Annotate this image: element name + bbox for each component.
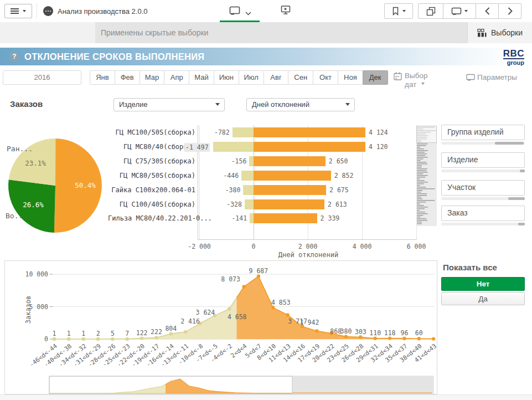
negative-value-label: -328 bbox=[226, 201, 242, 208]
listbox-scrollbar-thumb[interactable] bbox=[508, 197, 525, 200]
deviation-bar-chart: ГЦ МС100/50S(сборка)-7824 124ГЦ МС80/40(… bbox=[108, 122, 440, 258]
listbox-scrollbar[interactable] bbox=[441, 197, 525, 200]
area-data-point[interactable] bbox=[82, 337, 85, 341]
month-Апр[interactable]: Апр bbox=[164, 70, 189, 85]
negative-bar[interactable] bbox=[249, 156, 254, 166]
area-data-point[interactable] bbox=[402, 337, 406, 340]
global-menu-button[interactable] bbox=[4, 4, 32, 18]
current-sheet-button[interactable] bbox=[443, 3, 476, 19]
listbox-title[interactable]: Изделие bbox=[441, 152, 525, 168]
positive-bar[interactable] bbox=[254, 142, 365, 152]
positive-value-label: 4 124 bbox=[369, 129, 388, 136]
month-Фев[interactable]: Фев bbox=[115, 70, 140, 85]
month-Май[interactable]: Май bbox=[189, 70, 214, 85]
bar-category-label: ГЦ С75/30S(сборка) bbox=[108, 157, 195, 165]
month-Авг[interactable]: Авг bbox=[264, 70, 289, 85]
area-data-point[interactable] bbox=[417, 337, 421, 340]
negative-bar[interactable] bbox=[213, 142, 254, 152]
negative-bar[interactable] bbox=[241, 171, 254, 181]
sheet-chevron-button[interactable] bbox=[245, 9, 251, 17]
month-Дек[interactable]: Дек bbox=[363, 70, 388, 85]
month-Янв[interactable]: Янв bbox=[90, 70, 115, 85]
area-data-point[interactable] bbox=[53, 337, 56, 341]
positive-bar[interactable] bbox=[254, 127, 365, 137]
measure-dropdown[interactable]: Дней отклонений bbox=[246, 98, 355, 111]
area-data-point[interactable] bbox=[140, 336, 143, 340]
sheet-view-button[interactable] bbox=[229, 6, 240, 17]
show-all-label: Показать все bbox=[443, 263, 497, 272]
bar-x-axis-title: Дней отклонений bbox=[278, 251, 338, 259]
month-Июл[interactable]: Июл bbox=[239, 70, 264, 85]
caret-down-icon bbox=[215, 103, 220, 106]
area-data-point[interactable] bbox=[67, 337, 70, 341]
positive-bar[interactable] bbox=[254, 213, 317, 223]
area-data-point[interactable] bbox=[154, 336, 158, 339]
area-point-label: 110 bbox=[369, 329, 381, 337]
dimension-dropdown[interactable]: Изделие bbox=[113, 98, 225, 111]
listbox-scrollbar[interactable] bbox=[441, 142, 525, 145]
listbox-scrollbar-thumb[interactable] bbox=[520, 170, 525, 172]
top-toolbar: Анализ производства 2.0.0 bbox=[0, 0, 532, 23]
selections-tool-button[interactable]: Выборки bbox=[467, 22, 532, 43]
hamburger-icon bbox=[11, 7, 19, 15]
area-data-point[interactable] bbox=[374, 337, 377, 340]
area-data-point[interactable] bbox=[286, 313, 289, 316]
negative-bar[interactable] bbox=[243, 185, 254, 195]
show-all-option-yes[interactable]: Да bbox=[441, 292, 525, 305]
toolbar-divider bbox=[37, 3, 37, 19]
bar-chart-scroll-minimap[interactable] bbox=[416, 126, 437, 226]
bookmarks-button[interactable] bbox=[384, 3, 413, 19]
area-data-point[interactable] bbox=[169, 332, 173, 335]
area-point-label: 1 bbox=[53, 330, 56, 337]
show-all-option-no[interactable]: Нет bbox=[441, 277, 525, 291]
parameters-button[interactable]: Параметры bbox=[466, 73, 517, 81]
area-data-point[interactable] bbox=[344, 335, 348, 338]
area-data-point[interactable] bbox=[315, 329, 318, 332]
month-Окт[interactable]: Окт bbox=[313, 70, 338, 85]
area-data-point[interactable] bbox=[184, 330, 187, 334]
help-icon[interactable]: ? bbox=[9, 52, 19, 61]
negative-bar[interactable] bbox=[245, 199, 254, 209]
date-picker-button[interactable]: Выбор дат bbox=[394, 71, 435, 89]
positive-bar[interactable] bbox=[254, 199, 324, 209]
area-data-point[interactable] bbox=[388, 336, 391, 340]
storytelling-button[interactable] bbox=[281, 5, 291, 17]
month-Июн[interactable]: Июн bbox=[214, 70, 239, 85]
area-data-point[interactable] bbox=[359, 335, 362, 339]
area-data-point[interactable] bbox=[242, 285, 245, 288]
area-point-label: 122 bbox=[136, 329, 148, 337]
area-data-point[interactable] bbox=[257, 275, 260, 278]
area-point-label: 2 bbox=[96, 330, 100, 337]
month-Сен[interactable]: Сен bbox=[288, 70, 313, 85]
listbox-title[interactable]: Группа изделий bbox=[441, 125, 525, 140]
area-data-point[interactable] bbox=[111, 337, 114, 341]
negative-bar[interactable] bbox=[250, 213, 254, 223]
listbox-scrollbar[interactable] bbox=[441, 170, 525, 172]
listbox-scrollbar[interactable] bbox=[441, 223, 525, 225]
positive-bar[interactable] bbox=[254, 185, 326, 195]
listbox-scrollbar-thumb[interactable] bbox=[495, 142, 524, 145]
area-data-point[interactable] bbox=[228, 307, 231, 310]
listbox-title[interactable]: Заказ bbox=[441, 206, 525, 221]
app-icon bbox=[43, 6, 53, 16]
area-point-label: 96 bbox=[400, 329, 408, 337]
app-title: Анализ производства 2.0.0 bbox=[58, 7, 147, 16]
next-sheet-button[interactable] bbox=[498, 3, 521, 19]
area-data-point[interactable] bbox=[126, 337, 129, 341]
area-data-point[interactable] bbox=[432, 337, 435, 340]
month-Ноя[interactable]: Ноя bbox=[338, 70, 363, 85]
area-data-point[interactable] bbox=[96, 337, 100, 341]
positive-bar[interactable] bbox=[254, 171, 331, 181]
minimap-window-thumb[interactable] bbox=[417, 126, 437, 143]
listbox-title[interactable]: Участок bbox=[441, 180, 525, 196]
year-filter[interactable]: 2016 bbox=[3, 70, 81, 85]
month-Мар[interactable]: Мар bbox=[140, 70, 165, 85]
orders-pie-chart: 50.4%26.6%23.1%Во...Ран... bbox=[1, 120, 112, 239]
negative-bar[interactable] bbox=[233, 127, 254, 137]
range-minimap-unselected[interactable] bbox=[292, 377, 433, 394]
sheets-overview-button[interactable] bbox=[418, 3, 443, 19]
listbox-scrollbar-thumb[interactable] bbox=[518, 223, 525, 225]
positive-bar[interactable] bbox=[254, 156, 326, 166]
listbox-1: Группа изделий bbox=[441, 125, 525, 145]
prev-sheet-button[interactable] bbox=[476, 3, 499, 19]
